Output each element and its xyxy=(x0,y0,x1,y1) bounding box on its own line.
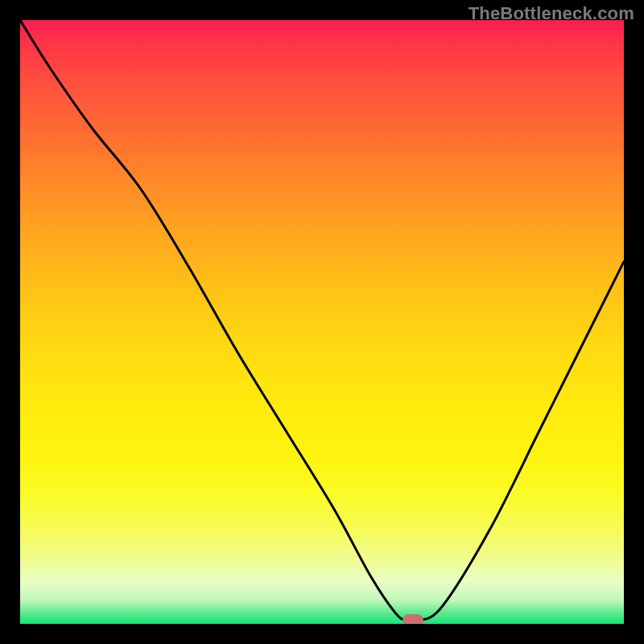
bottleneck-curve xyxy=(20,20,624,624)
chart-container: TheBottleneck.com xyxy=(0,0,644,644)
watermark-text: TheBottleneck.com xyxy=(469,3,634,24)
x-axis xyxy=(18,624,626,626)
y-axis xyxy=(18,18,20,626)
curve-path xyxy=(20,20,624,622)
plot-area xyxy=(20,20,624,624)
